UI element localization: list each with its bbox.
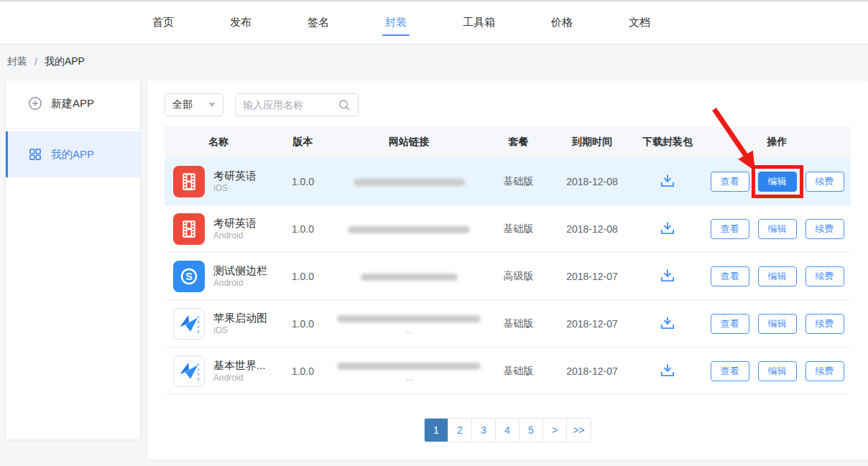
page-button-2[interactable]: 2: [448, 419, 472, 442]
row-3-view-button[interactable]: 查看: [711, 266, 749, 286]
expiry-date: 2018-12-07: [553, 318, 632, 330]
website-link-masked: [333, 223, 484, 235]
nav-tab-7[interactable]: 文档: [619, 1, 660, 44]
table-row: 考研英语Android1.0.0基础版2018-12-08查看编辑续费: [165, 205, 851, 253]
nav-tab-2[interactable]: 发布: [220, 1, 262, 44]
actions-cell: 查看编辑续费: [703, 219, 851, 239]
app-name-cell: 基本世界...Android: [165, 355, 272, 387]
website-link-masked: ...: [333, 359, 484, 382]
app-bird-icon: [173, 355, 205, 387]
row-2-renew-button[interactable]: 续费: [805, 219, 844, 239]
download-cell: [632, 220, 703, 238]
breadcrumb: 封装 / 我的APP: [7, 45, 85, 79]
last-page-button[interactable]: >>: [567, 419, 591, 442]
actions-cell: 查看编辑续费: [703, 172, 851, 192]
download-cell: [632, 268, 703, 285]
table-body: 考研英语iOS1.0.0基础版2018-12-08查看编辑续费考研英语Andro…: [165, 158, 851, 395]
filter-select[interactable]: 全部: [165, 93, 223, 116]
plan-badge: 基础版: [484, 175, 553, 188]
download-icon[interactable]: [659, 315, 676, 330]
website-link-masked: [333, 176, 484, 187]
search-input[interactable]: [243, 99, 338, 111]
expiry-date: 2018-12-08: [553, 176, 632, 187]
page-button-3[interactable]: 3: [472, 419, 496, 442]
app-version: 1.0.0: [272, 271, 333, 282]
download-cell: [632, 363, 703, 380]
app-version: 1.0.0: [272, 223, 333, 235]
content-panel: 全部 名称版本网站链接套餐到期时间下载封装包操作 考研英语iOS1.0.0基础版…: [147, 80, 868, 460]
row-4-renew-button[interactable]: 续费: [805, 314, 844, 334]
app-name-cell: 苹果启动图iOS: [165, 308, 272, 340]
plus-circle-icon: [28, 96, 42, 111]
page-button-4[interactable]: 4: [496, 419, 520, 442]
app-platform: Android: [213, 373, 266, 384]
main-nav: 首页发布签名封装工具箱价格文档: [142, 1, 868, 44]
row-1-view-button[interactable]: 查看: [711, 172, 749, 192]
app-platform: Android: [213, 230, 257, 242]
app-s-circle-icon: S: [173, 261, 205, 292]
app-bird-icon: [173, 308, 205, 340]
sidebar-item-label: 新建APP: [51, 97, 94, 111]
website-link-masked: [333, 271, 484, 282]
row-5-edit-button[interactable]: 编辑: [758, 361, 797, 381]
app-name-cell: S测试侧边栏Android: [165, 261, 272, 292]
breadcrumb-item-package[interactable]: 封装: [7, 55, 27, 68]
sidebar: 新建APP 我的APP: [6, 80, 140, 439]
actions-cell: 查看编辑续费: [703, 361, 851, 381]
table-header-row: 名称版本网站链接套餐到期时间下载封装包操作: [165, 126, 851, 158]
breadcrumb-separator: /: [34, 56, 37, 67]
plan-badge: 基础版: [484, 317, 553, 330]
row-5-renew-button[interactable]: 续费: [805, 361, 844, 381]
row-3-renew-button[interactable]: 续费: [805, 266, 844, 286]
app-name-cell: 考研英语iOS: [165, 166, 272, 197]
row-4-view-button[interactable]: 查看: [711, 314, 749, 334]
download-icon[interactable]: [659, 363, 676, 378]
app-version: 1.0.0: [272, 176, 333, 187]
row-5-view-button[interactable]: 查看: [711, 361, 749, 381]
expiry-date: 2018-12-07: [553, 365, 632, 377]
search-icon[interactable]: [338, 98, 351, 111]
nav-tab-6[interactable]: 价格: [541, 1, 583, 44]
row-3-edit-button[interactable]: 编辑: [758, 266, 797, 286]
page-button-1[interactable]: 1: [425, 419, 448, 442]
app-platform: iOS: [213, 183, 257, 195]
nav-tab-5[interactable]: 工具箱: [453, 1, 505, 44]
actions-cell: 查看编辑续费: [703, 314, 851, 334]
download-icon[interactable]: [659, 173, 676, 188]
column-header-1: 名称: [165, 136, 272, 149]
download-cell: [632, 315, 703, 332]
expiry-date: 2018-12-08: [553, 223, 632, 235]
app-version: 1.0.0: [272, 318, 333, 330]
column-header-7: 操作: [703, 136, 851, 149]
sidebar-item-new-app[interactable]: 新建APP: [6, 80, 140, 126]
column-header-6: 下载封装包: [632, 136, 703, 149]
next-page-button[interactable]: >: [543, 419, 567, 442]
page-button-5[interactable]: 5: [520, 419, 543, 442]
top-nav: 首页发布签名封装工具箱价格文档: [0, 0, 868, 45]
row-2-edit-button[interactable]: 编辑: [758, 219, 797, 239]
nav-tab-1[interactable]: 首页: [142, 1, 184, 44]
row-4-edit-button[interactable]: 编辑: [758, 314, 797, 334]
download-icon[interactable]: [659, 268, 676, 283]
grid-icon: [28, 147, 42, 162]
plan-badge: 基础版: [484, 223, 553, 236]
svg-text:S: S: [185, 271, 193, 282]
column-header-4: 套餐: [484, 136, 553, 149]
app-film-icon: [173, 166, 205, 197]
nav-tab-4[interactable]: 封装: [375, 1, 417, 44]
app-name: 考研英语: [213, 169, 257, 183]
filter-select-value: 全部: [172, 98, 193, 111]
download-icon[interactable]: [659, 220, 676, 236]
row-1-edit-button[interactable]: 编辑: [758, 172, 797, 192]
app-name: 苹果启动图: [213, 311, 267, 325]
table-row: 基本世界...Android1.0.0...基础版2018-12-07查看编辑续…: [165, 348, 851, 395]
plan-badge: 基础版: [484, 365, 553, 378]
sidebar-divider: [6, 129, 140, 129]
table-row: S测试侧边栏Android1.0.0高级版2018-12-07查看编辑续费: [165, 253, 851, 300]
app-name-cell: 考研英语Android: [165, 213, 272, 245]
nav-tab-3[interactable]: 签名: [297, 1, 339, 44]
sidebar-item-my-app[interactable]: 我的APP: [6, 131, 140, 177]
row-1-renew-button[interactable]: 续费: [805, 172, 844, 192]
pagination: 12345>>>: [424, 418, 591, 442]
row-2-view-button[interactable]: 查看: [711, 219, 749, 239]
